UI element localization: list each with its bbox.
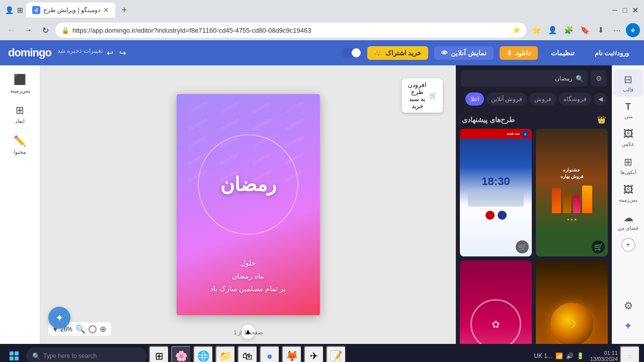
template-card-2[interactable]: جشنوارهفروش بهاره ● ● ● 🛒	[536, 129, 608, 256]
back-btn[interactable]: ←	[4, 23, 18, 37]
tray-sound[interactable]: 🔊	[566, 352, 574, 359]
browser-action-ext[interactable]: 🧩	[561, 23, 576, 37]
toggle-circle	[352, 48, 361, 57]
tray-battery[interactable]: 🔋	[577, 352, 584, 359]
telegram-taskbar-icon: ✈	[310, 350, 318, 362]
close-btn[interactable]: ✕	[631, 6, 639, 14]
taskbar-app-telegram[interactable]: ✈	[304, 346, 324, 362]
add-to-cart-btn[interactable]: 🛒 افزودن طرح به سبد خرید	[402, 78, 443, 113]
template-1-map	[468, 189, 524, 207]
template-1-time: 18:30	[481, 176, 510, 187]
redo-btn[interactable]: ↪	[117, 47, 128, 59]
browser-chrome: 👤 ⊞ d دومینگو | ویرایش طرح ✕ + ─ □ ✕ ← →…	[0, 0, 644, 40]
taskbar-app-word[interactable]: 📝	[326, 346, 346, 362]
forward-btn[interactable]: →	[21, 23, 35, 37]
tab-online-sale[interactable]: فروش آنلاین	[486, 93, 527, 106]
settings-icon: ⚙	[624, 300, 633, 312]
preview-btn[interactable]: 👁 نمایش آنلاین	[434, 46, 494, 60]
settings-btn[interactable]: تنظیمات	[544, 46, 582, 60]
right-icon-photo[interactable]: 🖼 عکس	[614, 124, 643, 151]
right-icon-template[interactable]: ⊟ قالب	[614, 69, 643, 97]
ai-button[interactable]: ✦	[48, 307, 70, 329]
new-tab-btn[interactable]: +	[117, 3, 131, 17]
dimensions-icon: ⊞	[16, 104, 24, 116]
category-prev-btn[interactable]: ◀	[594, 93, 607, 106]
theme-toggle[interactable]	[341, 48, 361, 58]
photo-label: عکس	[622, 141, 634, 147]
download-btn[interactable]: ⬇ دانلود	[500, 46, 538, 60]
template-1-logos	[486, 211, 507, 220]
save-label: تغییرات ذخیره شد	[57, 47, 103, 59]
chrome-taskbar-icon: ●	[267, 350, 273, 362]
browser-action-person[interactable]: 👤	[545, 23, 559, 37]
filter-btn[interactable]: ⚙	[591, 70, 607, 86]
browser-btn-grid[interactable]: ⊞	[16, 6, 24, 14]
sidebar-item-dimensions[interactable]: ⊞ ابعاد	[3, 100, 38, 129]
taskbar-search[interactable]: 🔍 Type here to search	[26, 347, 147, 362]
url-bar[interactable]: 🔒 https://app.domingo.ir/editor?industry…	[55, 23, 526, 38]
taskbar-task-view[interactable]: ⊞	[149, 346, 169, 362]
template-3-inner: ✿	[492, 318, 500, 330]
tray-lang[interactable]: UK 1...	[534, 352, 552, 359]
right-icon-settings[interactable]: ⚙	[614, 296, 643, 316]
filter-icon: ⚙	[596, 74, 602, 82]
browser-tab-active[interactable]: d دومینگو | ویرایش طرح ✕	[26, 3, 115, 18]
refresh-btn[interactable]: ↻	[38, 23, 52, 37]
template-card-1[interactable]: d سه شنبه 18:30	[460, 129, 532, 256]
icons-icon: ⊞	[624, 156, 632, 168]
browser-action-star[interactable]: ⭐	[529, 23, 543, 37]
buy-btn[interactable]: 👑 خرید اشتراک	[367, 46, 429, 60]
browser-btn-profile[interactable]: 👤	[5, 6, 13, 14]
taskbar-app-chrome[interactable]: ●	[260, 346, 280, 362]
right-icon-add-btn[interactable]: +	[621, 238, 635, 252]
tray-network[interactable]: 📶	[555, 352, 563, 359]
right-icon-icons[interactable]: ⊞ آیکون‌ها	[614, 152, 643, 179]
task-view-icon: ⊞	[155, 350, 164, 362]
browser-action-more[interactable]: ⋯	[610, 23, 624, 37]
tab-store[interactable]: فروشگاه	[558, 93, 592, 106]
tab-close-btn[interactable]: ✕	[103, 6, 109, 14]
date-display: 13/03/2024	[590, 356, 618, 362]
taskbar-app-edge[interactable]: 🌐	[193, 346, 213, 362]
taskbar-time[interactable]: 01:11 13/03/2024	[590, 350, 618, 362]
design-bottom-text: حلول ماه رمضان بر تمام مسلمین مبارک باد	[210, 257, 286, 295]
taskbar-app-store[interactable]: 🛍	[237, 346, 258, 362]
login-btn[interactable]: ورود/ثبت نام	[588, 46, 636, 60]
template-card-4[interactable]: ☽ 🛒	[536, 260, 608, 344]
t1-logo2	[498, 211, 507, 220]
right-icon-myspace[interactable]: ☁ فضای من	[614, 208, 643, 235]
browser-titlebar: 👤 ⊞ d دومینگو | ویرایش طرح ✕ + ─ □ ✕	[0, 0, 644, 20]
calligraphy-circle: رمضان	[198, 134, 298, 235]
templates-section: 👑 طرح‌های پیشنهادی d سه شنبه	[456, 109, 612, 344]
browser-action-fav[interactable]: 🔖	[578, 23, 592, 37]
taskbar-app-flowers[interactable]: 🌸	[171, 346, 191, 362]
taskbar-app-firefox[interactable]: 🦊	[282, 346, 302, 362]
sidebar-item-content[interactable]: ✏️ محتوا	[3, 131, 38, 159]
undo-btn[interactable]: ↩	[105, 47, 115, 59]
tab-sale[interactable]: فروش	[529, 93, 556, 106]
taskbar-app-files[interactable]: 📁	[215, 346, 235, 362]
tab-ad[interactable]: اعلا	[465, 93, 484, 106]
zoom-out-btn[interactable]: 🔍	[75, 324, 86, 334]
maximize-btn[interactable]: □	[621, 6, 629, 14]
show-desktop-btn[interactable]: □	[620, 346, 640, 362]
url-text: https://app.domingo.ir/editor?industryId…	[72, 27, 510, 34]
right-icon-background[interactable]: 🖼 پس‌زمینه	[614, 180, 643, 207]
edge-taskbar-icon: 🌐	[197, 350, 210, 362]
canvas-design: domingodomingo domingodomingo domingodom…	[177, 94, 320, 315]
sidebar-item-background[interactable]: ⬛ پس‌زمینه	[3, 69, 38, 98]
zoom-spinner	[89, 325, 97, 333]
start-button[interactable]	[4, 346, 24, 362]
template-card-3[interactable]: ✿ 🛒	[460, 260, 532, 344]
bg-label: پس‌زمینه	[619, 197, 637, 203]
bg-icon: 🖼	[623, 184, 633, 196]
search-input[interactable]	[465, 75, 573, 82]
browser-action-download[interactable]: ⬇	[594, 23, 608, 37]
right-icon-ai[interactable]: ✦	[614, 316, 643, 336]
canvas-area: ℹ 🛒 افزودن طرح به سبد خرید domingodoming…	[40, 65, 456, 344]
zoom-in-btn[interactable]: ⊕	[100, 324, 106, 334]
right-icon-text[interactable]: T متن	[614, 98, 643, 123]
minimize-btn[interactable]: ─	[611, 6, 619, 14]
word-taskbar-icon: 📝	[330, 350, 343, 362]
tab-ad-label: اعلا	[470, 96, 479, 103]
